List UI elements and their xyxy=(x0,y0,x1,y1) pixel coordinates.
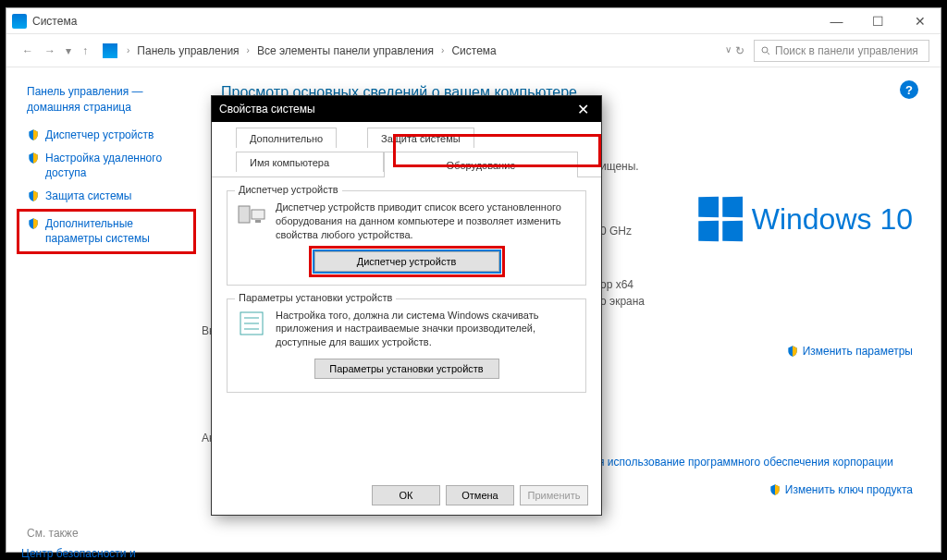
cancel-button[interactable]: Отмена xyxy=(446,485,514,505)
breadcrumb-item[interactable]: Все элементы панели управления xyxy=(255,43,436,59)
group-title: Параметры установки устройств xyxy=(235,292,396,303)
system-properties-dialog: Свойства системы ✕ Дополнительно Защита … xyxy=(211,95,602,516)
history-dropdown[interactable]: ▾ xyxy=(62,41,75,61)
search-placeholder: Поиск в панели управления xyxy=(775,44,918,57)
tab-advanced[interactable]: Дополнительно xyxy=(236,128,337,148)
install-settings-icon xyxy=(237,309,266,338)
titlebar: Система — ☐ ✕ xyxy=(6,8,941,34)
chevron-icon: › xyxy=(247,45,250,55)
back-button[interactable]: ← xyxy=(18,41,38,61)
shield-icon xyxy=(786,345,799,358)
breadcrumb-item[interactable]: Панель управления xyxy=(135,43,240,59)
tab-computer-name[interactable]: Имя компьютера xyxy=(236,152,384,172)
windows-squares-icon xyxy=(698,197,743,241)
toolbar: ← → ▾ ↑ › Панель управления › Все элемен… xyxy=(6,34,941,67)
install-settings-group: Параметры установки устройств Настройка … xyxy=(227,298,586,394)
svg-rect-2 xyxy=(239,206,250,223)
sidebar: Панель управления — домашняя страница Ди… xyxy=(6,67,201,552)
windows-brand-text: Windows 10 xyxy=(752,202,913,237)
dialog-buttons: ОК Отмена Применить xyxy=(372,485,588,505)
sidebar-item-label: Диспетчер устройств xyxy=(45,128,154,143)
dialog-titlebar: Свойства системы ✕ xyxy=(212,96,601,122)
shield-icon xyxy=(27,189,40,202)
partial-text: ор x64 xyxy=(600,278,633,291)
shield-icon xyxy=(27,217,40,230)
up-button[interactable]: ↑ xyxy=(77,43,93,59)
device-manager-group: Диспетчер устройств Диспетчер устройств … xyxy=(227,190,586,286)
tab-hardware[interactable]: Оборудование xyxy=(384,152,578,177)
svg-rect-4 xyxy=(255,220,261,223)
group-text: Настройка того, должна ли система Window… xyxy=(276,309,576,350)
partial-text: 0 GHz xyxy=(600,225,632,237)
group-text: Диспетчер устройств приводит список всег… xyxy=(276,201,576,242)
device-manager-icon xyxy=(237,201,266,230)
install-settings-button[interactable]: Параметры установки устройств xyxy=(314,359,499,379)
shield-icon xyxy=(27,128,40,141)
apply-button[interactable]: Применить xyxy=(520,485,588,505)
sidebar-item-label: Защита системы xyxy=(45,189,131,204)
help-icon[interactable]: ? xyxy=(900,80,918,99)
maximize-button[interactable]: ☐ xyxy=(857,8,899,34)
breadcrumb-icon xyxy=(103,43,117,58)
windows-logo: Windows 10 xyxy=(698,197,913,241)
dialog-close-button[interactable]: ✕ xyxy=(572,98,594,120)
sidebar-item-label: Настройка удаленного доступа xyxy=(45,152,191,180)
svg-rect-3 xyxy=(252,210,264,219)
chevron-icon: › xyxy=(127,45,129,55)
group-title: Диспетчер устройств xyxy=(235,184,342,195)
ok-button[interactable]: ОК xyxy=(372,485,440,505)
change-settings-link[interactable]: Изменить параметры xyxy=(786,345,913,358)
tab-protection[interactable]: Защита системы xyxy=(367,128,474,148)
partial-text: о экрана xyxy=(600,295,645,308)
partial-text: ищены. xyxy=(600,160,639,173)
tabs: Дополнительно Защита системы Имя компьют… xyxy=(212,128,601,177)
sidebar-item-label: Центр безопасности и обслуживания xyxy=(21,547,191,560)
change-product-key-link[interactable]: Изменить ключ продукта xyxy=(769,483,913,496)
shield-icon xyxy=(769,483,781,496)
sidebar-item-protection[interactable]: Защита системы xyxy=(27,189,191,204)
see-also-heading: См. также xyxy=(27,527,191,540)
breadcrumb-item[interactable]: Система xyxy=(449,43,498,59)
svg-line-1 xyxy=(768,52,770,55)
sidebar-item-remote[interactable]: Настройка удаленного доступа xyxy=(27,152,191,180)
sidebar-item-label: Дополнительные параметры системы xyxy=(45,217,186,246)
address-dropdown-icon[interactable]: ∨ xyxy=(725,44,732,57)
close-button[interactable]: ✕ xyxy=(899,8,941,34)
forward-button[interactable]: → xyxy=(40,41,60,61)
system-icon xyxy=(12,14,27,29)
search-icon xyxy=(760,45,771,56)
device-manager-button[interactable]: Диспетчер устройств xyxy=(314,251,499,272)
svg-point-0 xyxy=(762,47,768,53)
dialog-title: Свойства системы xyxy=(219,103,315,116)
see-also-security-center[interactable]: Центр безопасности и обслуживания xyxy=(21,547,191,560)
minimize-button[interactable]: — xyxy=(816,8,857,34)
sidebar-item-device-manager[interactable]: Диспетчер устройств xyxy=(27,128,191,143)
shield-icon xyxy=(27,152,40,164)
refresh-icon[interactable]: ↻ xyxy=(735,44,744,57)
sidebar-item-advanced[interactable]: Дополнительные параметры системы xyxy=(21,213,191,250)
chevron-icon: › xyxy=(441,45,444,55)
license-link[interactable]: я использование программного обеспечения… xyxy=(598,456,893,469)
search-input[interactable]: Поиск в панели управления xyxy=(754,40,929,62)
panel-home-link[interactable]: Панель управления — домашняя страница xyxy=(27,84,143,116)
window-title: Система xyxy=(32,15,77,28)
